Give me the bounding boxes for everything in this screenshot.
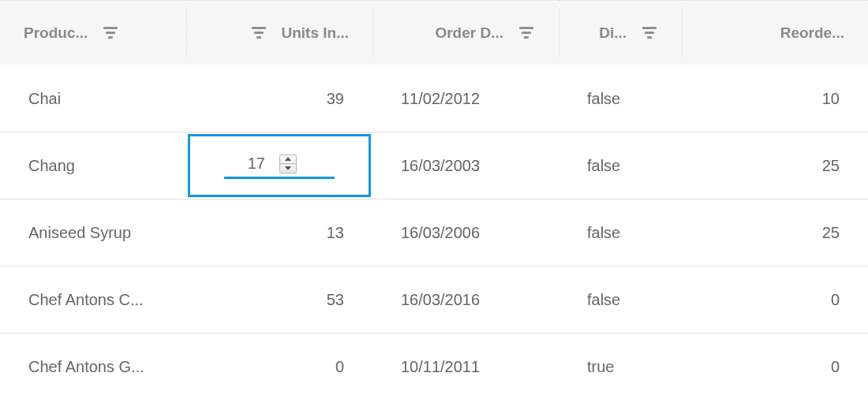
cell-product[interactable]: Chef Antons C...	[0, 266, 186, 334]
cell-reorder[interactable]: 0	[682, 266, 868, 334]
filter-icon[interactable]	[102, 26, 119, 40]
header-reorder[interactable]: Reorde...	[682, 1, 868, 65]
cell-product[interactable]: Chai	[0, 65, 186, 132]
cell-orderdate[interactable]: 16/03/2016	[372, 266, 559, 334]
chevron-down-icon	[285, 166, 291, 170]
table-row: Aniseed Syrup 13 16/03/2006 false 25	[0, 199, 868, 266]
header-units-label: Units In...	[282, 24, 350, 42]
cell-discontinued[interactable]: false	[559, 199, 682, 266]
stepper-down-button[interactable]	[280, 163, 296, 173]
quantity-stepper[interactable]	[279, 155, 297, 173]
numeric-editor[interactable]	[224, 153, 335, 179]
cell-units[interactable]: 0	[186, 334, 372, 401]
cell-product[interactable]: Chang	[0, 132, 186, 199]
header-units[interactable]: Units In...	[186, 1, 372, 65]
cell-reorder[interactable]: 10	[682, 65, 868, 132]
header-reorder-label: Reorde...	[780, 24, 844, 42]
cell-orderdate[interactable]: 11/02/2012	[372, 65, 559, 132]
data-grid: Produc... Units In... Order D...	[0, 0, 868, 401]
cell-reorder[interactable]: 0	[682, 334, 868, 401]
filter-icon[interactable]	[518, 26, 535, 40]
table-row: Chai 39 11/02/2012 false 10	[0, 65, 868, 132]
header-orderdate[interactable]: Order D...	[372, 1, 559, 65]
cell-units[interactable]: 53	[186, 266, 372, 334]
cell-reorder[interactable]: 25	[682, 199, 868, 266]
chevron-up-icon	[285, 157, 291, 161]
filter-icon[interactable]	[641, 26, 658, 40]
cell-reorder[interactable]: 25	[682, 132, 868, 199]
cell-units[interactable]: 39	[186, 65, 372, 132]
header-orderdate-label: Order D...	[435, 24, 503, 42]
header-row: Produc... Units In... Order D...	[0, 1, 868, 65]
editor-frame	[188, 134, 371, 197]
cell-orderdate[interactable]: 16/03/2006	[372, 199, 559, 266]
cell-discontinued[interactable]: true	[559, 334, 682, 401]
stepper-up-button[interactable]	[280, 155, 296, 164]
cell-product[interactable]: Chef Antons G...	[0, 334, 186, 401]
header-product[interactable]: Produc...	[0, 1, 186, 65]
header-discontinued-label: Di...	[599, 24, 627, 42]
cell-orderdate[interactable]: 10/11/2011	[372, 334, 559, 401]
cell-discontinued[interactable]: false	[559, 65, 682, 132]
table-row: Chang 16/03/2003 false 25	[0, 132, 868, 199]
cell-product[interactable]: Aniseed Syrup	[0, 199, 186, 266]
cell-orderdate[interactable]: 16/03/2003	[372, 132, 559, 199]
table-row: Chef Antons G... 0 10/11/2011 true 0	[0, 334, 868, 401]
cell-discontinued[interactable]: false	[559, 266, 682, 334]
header-product-label: Produc...	[24, 24, 88, 42]
header-discontinued[interactable]: Di...	[559, 1, 682, 65]
cell-units[interactable]: 13	[186, 199, 372, 266]
units-input[interactable]	[224, 155, 279, 173]
cell-discontinued[interactable]: false	[559, 132, 682, 199]
table-row: Chef Antons C... 53 16/03/2016 false 0	[0, 266, 868, 334]
filter-icon[interactable]	[250, 26, 268, 40]
cell-units-editing[interactable]	[186, 132, 372, 199]
